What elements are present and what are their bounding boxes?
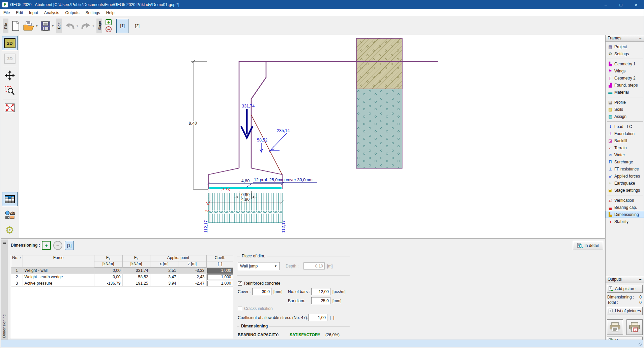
fit-view-button[interactable] bbox=[2, 101, 18, 115]
table-row[interactable]: 1Weight - wall0,00331,742,51-3,331,000 bbox=[11, 267, 233, 274]
table-row[interactable]: 2Weight - earth wedge0,0058,523,47-2,431… bbox=[11, 274, 233, 280]
print-button[interactable] bbox=[607, 319, 623, 335]
redo-dropdown-caret[interactable]: ▾ bbox=[93, 24, 94, 28]
frames-minimize-button[interactable]: – bbox=[638, 36, 642, 40]
pan-tool-button[interactable] bbox=[2, 68, 18, 83]
frames-item-project[interactable]: ▤Project bbox=[606, 43, 644, 50]
frames-item-settings[interactable]: ⚙Settings bbox=[606, 50, 644, 57]
place-of-dim-legend: Place of dim. bbox=[240, 254, 267, 258]
frames-item-load-lc[interactable]: ↧Load - LC bbox=[606, 123, 644, 130]
remove-stage-button[interactable]: − bbox=[106, 26, 112, 32]
frames-item-wings[interactable]: ⚑Wings bbox=[606, 67, 644, 74]
edit-group-label: Edit bbox=[56, 19, 62, 33]
coeff-cell[interactable]: 1,000 bbox=[207, 274, 233, 280]
coeff-cell[interactable]: 1,000 bbox=[207, 268, 233, 274]
diam-field[interactable] bbox=[311, 297, 330, 304]
place-of-dim-select[interactable]: Wall jump ▼ bbox=[238, 262, 280, 270]
bars-field[interactable] bbox=[311, 288, 330, 295]
new-file-button[interactable] bbox=[10, 19, 21, 33]
frames-item-stability[interactable]: ◖Stability bbox=[606, 218, 644, 225]
table-row[interactable]: 3Active pressure-136,79191,253,94-2,471,… bbox=[11, 280, 233, 287]
frames-item-label: Earthquake bbox=[614, 181, 635, 186]
frames-item-bearing-cap-[interactable]: ▄Bearing cap. bbox=[606, 204, 644, 211]
frames-item-surcharge[interactable]: ΠSurcharge bbox=[606, 158, 644, 165]
frames-item-assign[interactable]: ▨Assign bbox=[606, 113, 644, 120]
redo-button[interactable] bbox=[79, 19, 93, 33]
right-panel: Frames – ▤Project⚙Settings▙Geometry 1⚑Wi… bbox=[605, 35, 644, 341]
menu-outputs[interactable]: Outputs bbox=[62, 9, 82, 17]
frames-item-backfill[interactable]: ◪Backfill bbox=[606, 137, 644, 144]
add-stage-button[interactable]: + bbox=[106, 19, 112, 25]
open-dropdown-caret[interactable]: ▾ bbox=[36, 24, 38, 28]
maximize-button[interactable]: □ bbox=[613, 0, 628, 9]
open-file-button[interactable] bbox=[21, 19, 36, 33]
add-force-button[interactable]: + bbox=[42, 241, 51, 250]
menu-analysis[interactable]: Analysis bbox=[41, 9, 62, 17]
drawing-canvas[interactable]: 8,40 4,80 12 prof. 25,0mm cover 30,0mm 3… bbox=[19, 35, 605, 238]
allowable-stress-field[interactable] bbox=[308, 314, 327, 321]
stage-2-button[interactable]: [2] bbox=[131, 19, 143, 33]
menu-settings[interactable]: Settings bbox=[82, 9, 103, 17]
frames-item-soils[interactable]: ▨Soils bbox=[606, 106, 644, 113]
frames-item-applied-forces[interactable]: ↙Applied forces bbox=[606, 172, 644, 180]
outputs-separator bbox=[607, 317, 643, 317]
drawing-settings-button[interactable]: ⚙ bbox=[2, 223, 18, 237]
reinforced-concrete-checkbox[interactable]: ✓ bbox=[238, 281, 242, 286]
force-wedge-arrow bbox=[260, 143, 263, 152]
frames-item-label: Foundation bbox=[614, 131, 635, 136]
cover-unit: [mm] bbox=[273, 289, 283, 294]
frames-item-geometry-2[interactable]: ▯Geometry 2 bbox=[606, 74, 644, 82]
add-picture-button[interactable]: Add picture bbox=[607, 285, 643, 293]
frames-item-stage-settings[interactable]: ▣Stage settings bbox=[606, 187, 644, 194]
undo-dropdown-caret[interactable]: ▾ bbox=[77, 24, 78, 28]
frames-item-found-steps[interactable]: ▟Found. steps bbox=[606, 82, 644, 89]
col-applic-point[interactable]: Applic. point bbox=[150, 255, 206, 261]
view-2d-button[interactable]: 2D bbox=[2, 36, 18, 50]
frames-item-material[interactable]: ▬Material bbox=[606, 89, 644, 96]
save-dropdown-caret[interactable]: ▾ bbox=[52, 24, 54, 28]
cover-field[interactable] bbox=[252, 288, 271, 295]
in-detail-button[interactable]: In detail bbox=[573, 241, 603, 250]
col-no[interactable]: No.▲ bbox=[11, 255, 23, 267]
menu-input[interactable]: Input bbox=[26, 9, 41, 17]
legend-view-button[interactable]: Abc bbox=[2, 208, 18, 222]
coeff-cell[interactable]: 1,000 bbox=[207, 281, 233, 286]
close-button[interactable]: × bbox=[628, 0, 644, 9]
frames-item-geometry-1[interactable]: ▙Geometry 1 bbox=[606, 60, 644, 67]
stage-1-button[interactable]: [1] bbox=[116, 19, 128, 33]
dim-width-bottom-label: 4,80 bbox=[241, 197, 250, 202]
table-view-button[interactable] bbox=[2, 192, 18, 206]
menu-help[interactable]: Help bbox=[103, 9, 118, 17]
col-coeff[interactable]: Coeff. bbox=[206, 255, 233, 261]
frames-item-verification[interactable]: ⇄Verification bbox=[606, 197, 644, 204]
frames-item-profile[interactable]: ▤Profile bbox=[606, 99, 644, 106]
frames-item-earthquake[interactable]: ≈Earthquake bbox=[606, 180, 644, 187]
frames-item-terrain[interactable]: ⌐Terrain bbox=[606, 144, 644, 151]
3d-icon: 3D bbox=[4, 54, 16, 64]
outputs-minimize-button[interactable]: – bbox=[638, 277, 642, 282]
resize-grip[interactable] bbox=[639, 343, 642, 346]
save-file-button[interactable] bbox=[39, 19, 52, 33]
remove-force-button[interactable]: − bbox=[53, 241, 62, 250]
menu-edit[interactable]: Edit bbox=[13, 9, 26, 17]
frames-item-ff-resistance[interactable]: ⊥FF resistance bbox=[606, 165, 644, 172]
frames-item-label: Settings bbox=[614, 52, 629, 56]
col-fx[interactable]: Fx bbox=[94, 255, 122, 261]
undo-button[interactable] bbox=[63, 19, 77, 33]
minimize-button[interactable]: – bbox=[598, 0, 613, 9]
menu-file[interactable]: File bbox=[0, 9, 13, 17]
panel-stage-button[interactable]: [1] bbox=[65, 241, 74, 250]
view-3d-button[interactable]: 3D bbox=[2, 52, 18, 66]
print-selection-button[interactable] bbox=[626, 319, 643, 335]
outputs-dimensioning-row: Dimensioning :0 bbox=[606, 294, 644, 300]
frames-item-water[interactable]: ≋Water bbox=[606, 151, 644, 158]
zoom-tool-button[interactable] bbox=[2, 84, 18, 98]
col-force[interactable]: Force bbox=[23, 255, 94, 267]
col-fz[interactable]: Fz bbox=[122, 255, 150, 261]
assign-icon: ▨ bbox=[608, 114, 613, 119]
panel-side-strip[interactable]: Dimensioning bbox=[1, 240, 8, 340]
cell-fz: 58,52 bbox=[122, 274, 150, 280]
frames-item-dimensioning[interactable]: ▙Dimensioning bbox=[606, 211, 644, 218]
list-of-pictures-button[interactable]: List of pictures bbox=[607, 307, 643, 315]
frames-item-foundation[interactable]: ⊥Foundation bbox=[606, 130, 644, 137]
